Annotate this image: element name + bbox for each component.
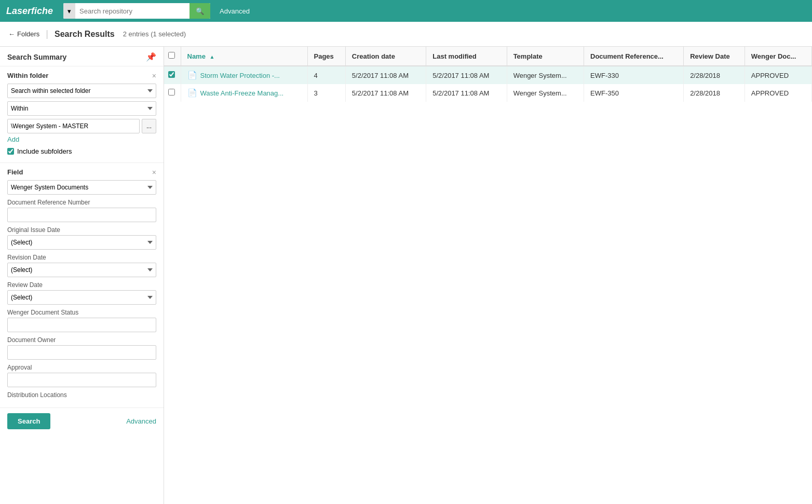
field-input-doc-ref[interactable] [7, 208, 156, 222]
template-select[interactable]: Wenger System Documents [7, 180, 156, 195]
row-checkbox-cell[interactable] [164, 84, 181, 102]
include-subfolders-label: Include subfolders [17, 147, 72, 155]
select-all-header[interactable] [164, 47, 181, 66]
back-label: Folders [17, 30, 39, 38]
field-label-revision-date: Revision Date [7, 254, 156, 261]
folder-path-input[interactable] [7, 119, 140, 133]
row-review-date: 2/28/2018 [684, 84, 745, 102]
scope-select[interactable]: Within [7, 101, 156, 116]
doc-icon: 📄 [187, 88, 197, 98]
entry-count: 2 entries (1 selected) [123, 30, 186, 38]
left-panel: Search Summary 📌 Within folder × Search … [0, 47, 164, 504]
row-name-cell: 📄 Storm Water Protection -... [181, 66, 307, 84]
col-last-modified[interactable]: Last modified [426, 47, 507, 66]
field-input-document-owner[interactable] [7, 345, 156, 360]
row-doc-ref: EWF-350 [584, 84, 684, 102]
row-pages: 4 [307, 66, 345, 84]
within-folder-close-button[interactable]: × [152, 72, 156, 79]
row-name: Storm Water Protection -... [200, 72, 280, 79]
search-dropdown-button[interactable]: ▾ [63, 3, 75, 19]
include-subfolders-checkbox[interactable] [7, 148, 14, 155]
row-creation-date: 5/2/2017 11:08 AM [345, 66, 426, 84]
dropdown-arrow-icon: ▾ [67, 7, 71, 15]
field-label-doc-ref: Document Reference Number [7, 199, 156, 206]
row-wenger-doc-status: APPROVED [745, 66, 811, 84]
field-select-original-issue-date[interactable]: (Select) [7, 235, 156, 250]
sort-arrow-icon: ▲ [210, 54, 215, 60]
field-section-title: Field [7, 168, 23, 176]
row-wenger-doc-status: APPROVED [745, 84, 811, 102]
right-panel: Name ▲ Pages Creation date Last modified… [164, 47, 812, 504]
browse-button[interactable]: ... [142, 119, 156, 133]
back-button[interactable]: ← Folders [8, 30, 39, 38]
search-summary-header: Search Summary 📌 [0, 47, 164, 66]
row-checkbox-cell[interactable] [164, 66, 181, 84]
field-approval: Approval [7, 364, 156, 387]
field-select-review-date[interactable]: (Select) [7, 290, 156, 305]
field-review-date: Review Date (Select) [7, 281, 156, 305]
field-label-review-date: Review Date [7, 281, 156, 289]
col-name[interactable]: Name ▲ [181, 47, 307, 66]
within-folder-title: Within folder [7, 72, 48, 79]
field-label-approval: Approval [7, 364, 156, 371]
search-button[interactable]: Search [7, 413, 50, 429]
row-name-cell: 📄 Waste Anti-Freeze Manag... [181, 84, 307, 102]
sub-header: ← Folders | Search Results 2 entries (1 … [0, 22, 812, 47]
search-bar: ▾ 🔍 [63, 3, 210, 19]
field-section: Field × Wenger System Documents Document… [0, 163, 164, 407]
search-summary-title: Search Summary [7, 53, 66, 61]
field-input-wenger-doc-status[interactable] [7, 318, 156, 332]
field-select-revision-date[interactable]: (Select) [7, 263, 156, 277]
search-input[interactable] [75, 3, 190, 19]
col-review-date[interactable]: Review Date [684, 47, 745, 66]
field-section-close-button[interactable]: × [152, 169, 156, 176]
row-name: Waste Anti-Freeze Manag... [200, 89, 284, 97]
field-label-original-issue-date: Original Issue Date [7, 226, 156, 234]
row-template: Wenger System... [507, 84, 584, 102]
col-creation-date[interactable]: Creation date [345, 47, 426, 66]
top-nav: Laserfiche ▾ 🔍 Advanced [0, 0, 812, 22]
field-section-header: Field × [7, 168, 156, 176]
field-label-document-owner: Document Owner [7, 336, 156, 344]
table-header-row: Name ▲ Pages Creation date Last modified… [164, 47, 812, 66]
field-input-approval[interactable] [7, 373, 156, 387]
row-last-modified: 5/2/2017 11:08 AM [426, 66, 507, 84]
field-wenger-document-status: Wenger Document Status [7, 309, 156, 332]
row-creation-date: 5/2/2017 11:08 AM [345, 84, 426, 102]
field-original-issue-date: Original Issue Date (Select) [7, 226, 156, 250]
col-wenger-doc[interactable]: Wenger Doc... [745, 47, 811, 66]
advanced-text-link[interactable]: Advanced [126, 417, 156, 425]
doc-link[interactable]: 📄 Storm Water Protection -... [187, 71, 301, 80]
app-logo: Laserfiche [6, 6, 53, 17]
add-link[interactable]: Add [7, 135, 19, 143]
field-label-wenger-doc-status: Wenger Document Status [7, 309, 156, 316]
row-checkbox[interactable] [168, 71, 175, 78]
doc-icon: 📄 [187, 71, 197, 80]
table-row: 📄 Storm Water Protection -... 4 5/2/2017… [164, 66, 812, 84]
col-doc-reference[interactable]: Document Reference... [584, 47, 684, 66]
row-last-modified: 5/2/2017 11:08 AM [426, 84, 507, 102]
col-pages[interactable]: Pages [307, 47, 345, 66]
advanced-link[interactable]: Advanced [220, 7, 250, 15]
search-go-button[interactable]: 🔍 [190, 3, 210, 19]
scope-row: Within [7, 101, 156, 116]
row-checkbox[interactable] [168, 89, 175, 96]
doc-link[interactable]: 📄 Waste Anti-Freeze Manag... [187, 88, 301, 98]
col-template[interactable]: Template [507, 47, 584, 66]
separator: | [46, 29, 48, 39]
select-all-checkbox[interactable] [168, 52, 175, 59]
results-tbody: 📄 Storm Water Protection -... 4 5/2/2017… [164, 66, 812, 102]
pin-icon[interactable]: 📌 [146, 52, 156, 62]
folder-row: ... [7, 119, 156, 133]
search-icon: 🔍 [196, 7, 204, 15]
within-folder-section: Within folder × Search within selected f… [0, 66, 164, 163]
row-pages: 3 [307, 84, 345, 102]
field-label-distribution-locations: Distribution Locations [7, 391, 156, 399]
search-type-select[interactable]: Search within selected folder [7, 84, 156, 98]
field-revision-date: Revision Date (Select) [7, 254, 156, 277]
results-table: Name ▲ Pages Creation date Last modified… [164, 47, 812, 102]
col-name-label: Name [187, 52, 206, 60]
field-document-reference-number: Document Reference Number [7, 199, 156, 222]
back-arrow-icon: ← [8, 30, 15, 38]
search-button-area: Search Advanced [0, 407, 164, 434]
